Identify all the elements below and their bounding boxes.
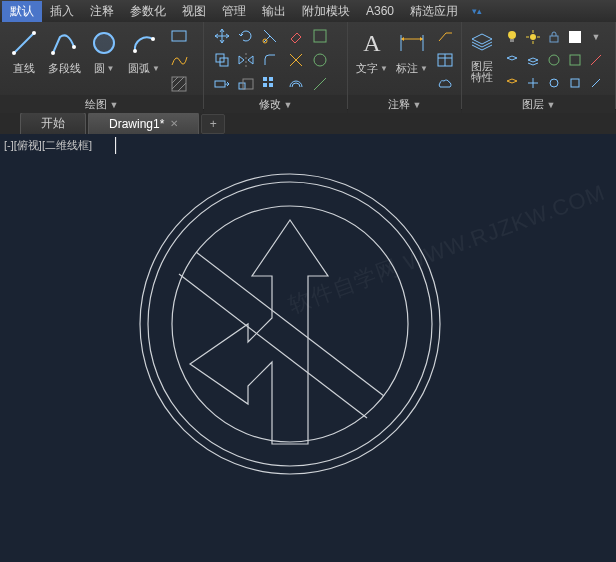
menu-item-default[interactable]: 默认 [2,1,42,22]
svg-point-43 [550,79,558,87]
chevron-down-icon: ▼ [420,64,428,73]
svg-point-2 [32,31,36,35]
layer-tool-10[interactable] [588,75,604,91]
svg-rect-17 [215,81,225,87]
panel-modify: 修改▼ [204,22,348,109]
layer-tool-4[interactable] [567,52,583,68]
fillet-tool[interactable] [259,49,281,71]
menu-item-parametric[interactable]: 参数化 [122,1,174,22]
leader-tool[interactable] [434,25,456,47]
layer-tool-6[interactable] [504,75,520,91]
svg-line-49 [179,274,367,418]
layer-tool-1[interactable] [504,52,520,68]
circle-icon [88,27,120,59]
svg-rect-18 [239,83,245,89]
svg-point-25 [314,54,326,66]
trim-tool[interactable] [259,25,281,47]
svg-line-0 [14,33,34,53]
menu-dropdown-icon[interactable]: ▾▴ [472,6,482,16]
text-tool[interactable]: A 文字▼ [352,25,392,78]
layer-properties-tool[interactable]: 图层 特性 [464,25,500,85]
layer-tool-9[interactable] [567,75,583,91]
line-icon [8,27,40,59]
svg-rect-33 [510,39,514,42]
panel-layers: 图层 特性 ▼ [462,22,616,109]
erase-tool[interactable] [285,25,307,47]
menu-item-manage[interactable]: 管理 [214,1,254,22]
lock-icon [546,29,562,45]
document-tabs: 开始 Drawing1* ✕ + [0,110,616,134]
tab-drawing1[interactable]: Drawing1* ✕ [88,112,199,134]
layer-tool-7[interactable] [525,75,541,91]
modify-extra-2[interactable] [309,49,331,71]
array-tool[interactable] [259,73,281,95]
rotate-tool[interactable] [235,25,257,47]
line-tool[interactable]: 直线 [4,25,44,78]
drawing-content [120,154,460,494]
svg-line-11 [172,77,178,83]
text-icon: A [356,27,388,59]
polyline-tool[interactable]: 多段线 [44,25,84,78]
panel-annotate: A 文字▼ 标注▼ 注释▼ [348,22,462,109]
menu-item-a360[interactable]: A360 [358,2,402,20]
offset-tool[interactable] [285,73,307,95]
hatch-tool[interactable] [168,73,190,95]
close-icon[interactable]: ✕ [170,118,178,129]
viewport-label[interactable]: [-][俯视][二维线框] [4,138,92,153]
chevron-down-icon: ▼ [588,29,604,45]
layer-tool-3[interactable] [546,52,562,68]
menu-item-featured[interactable]: 精选应用 [402,1,466,22]
svg-point-41 [549,55,559,65]
svg-point-32 [508,31,516,39]
layer-tool-5[interactable] [588,52,604,68]
menu-item-addins[interactable]: 附加模块 [294,1,358,22]
chevron-down-icon: ▼ [107,64,115,73]
dimension-tool[interactable]: 标注▼ [392,25,432,78]
modify-extra-3[interactable] [309,73,331,95]
panel-modify-title[interactable]: 修改▼ [204,95,347,113]
layer-tool-8[interactable] [546,75,562,91]
tab-start[interactable]: 开始 [20,112,86,134]
svg-point-1 [12,51,16,55]
spline-tool[interactable] [168,49,190,71]
layer-properties-icon [466,27,498,59]
polyline-label: 多段线 [48,61,81,76]
table-tool[interactable] [434,49,456,71]
copy-tool[interactable] [211,49,233,71]
panel-layers-title[interactable]: 图层▼ [462,95,615,113]
layer-tool-2[interactable] [525,52,541,68]
cloud-tool[interactable] [434,73,456,95]
color-swatch [567,29,583,45]
menu-item-view[interactable]: 视图 [174,1,214,22]
svg-point-4 [72,45,76,49]
drawing-area[interactable]: [-][俯视][二维线框] │ 软件自学网 WWW.RJZKW.COM [0,134,616,562]
arc-icon [128,27,160,59]
ribbon: 直线 多段线 圆▼ 圆弧▼ [0,22,616,110]
rectangle-tool[interactable] [168,25,190,47]
scale-tool[interactable] [235,73,257,95]
dimension-icon [396,27,428,59]
menu-item-annotate[interactable]: 注释 [82,1,122,22]
explode-tool[interactable] [285,49,307,71]
tab-add-button[interactable]: + [201,114,225,134]
svg-rect-40 [569,31,581,43]
modify-extra-1[interactable] [309,25,331,47]
menu-item-insert[interactable]: 插入 [42,1,82,22]
svg-point-7 [133,49,137,53]
circle-tool[interactable]: 圆▼ [84,25,124,78]
chevron-down-icon: ▼ [152,64,160,73]
arc-tool[interactable]: 圆弧▼ [124,25,164,78]
menu-item-output[interactable]: 输出 [254,1,294,22]
layer-state-row[interactable]: ▼ [504,27,604,47]
circle-label: 圆 [94,61,105,76]
lightbulb-icon [504,29,520,45]
mirror-tool[interactable] [235,49,257,71]
text-cursor: │ [112,137,121,153]
stretch-tool[interactable] [211,73,233,95]
svg-point-6 [93,32,115,54]
arc-label: 圆弧 [128,61,150,76]
panel-draw-title[interactable]: 绘图▼ [0,95,203,113]
svg-line-48 [196,252,384,396]
panel-annotate-title[interactable]: 注释▼ [348,95,461,113]
move-tool[interactable] [211,25,233,47]
